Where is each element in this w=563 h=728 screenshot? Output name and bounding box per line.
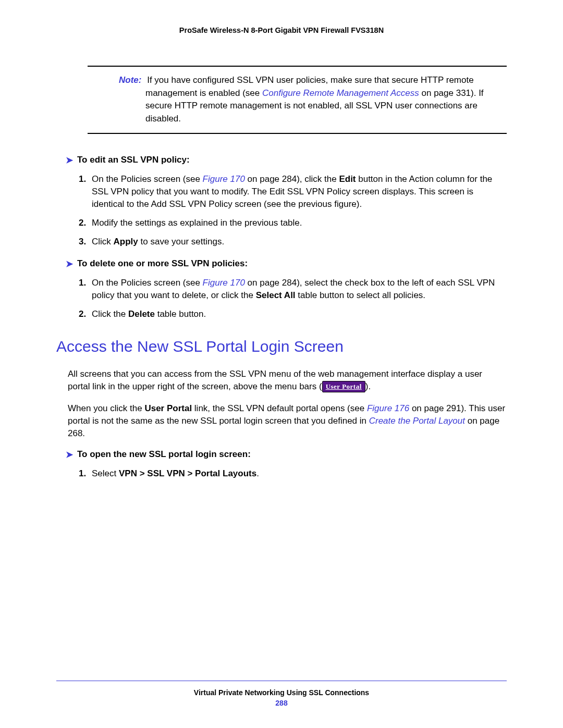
- paragraph-2: When you click the User Portal link, the…: [68, 402, 507, 440]
- steps-open: Select VPN > SSL VPN > Portal Layouts.: [89, 467, 507, 480]
- note-box: Note: If you have configured SSL VPN use…: [88, 66, 507, 134]
- procedure-heading-delete-text: To delete one or more SSL VPN policies:: [77, 258, 248, 268]
- link-create-portal-layout[interactable]: Create the Portal Layout: [369, 416, 465, 426]
- procedure-heading-open: ➤To open the new SSL portal login screen…: [66, 449, 507, 460]
- section-heading: Access the New SSL Portal Login Screen: [56, 338, 507, 355]
- procedure-heading-edit-text: To edit an SSL VPN policy:: [77, 155, 190, 165]
- note-label: Note:: [117, 75, 144, 85]
- step-edit-1: On the Policies screen (see Figure 170 o…: [89, 173, 507, 211]
- steps-delete: On the Policies screen (see Figure 170 o…: [89, 277, 507, 320]
- arrow-icon: ➤: [66, 258, 77, 269]
- page-header-title: ProSafe Wireless-N 8-Port Gigabit VPN Fi…: [56, 26, 507, 34]
- footer-page-number: 288: [56, 699, 507, 707]
- document-page: ProSafe Wireless-N 8-Port Gigabit VPN Fi…: [0, 0, 563, 728]
- user-portal-badge: User Portal: [322, 381, 365, 392]
- step-edit-2: Modify the settings as explained in the …: [89, 217, 507, 229]
- footer-chapter: Virtual Private Networking Using SSL Con…: [56, 688, 507, 697]
- procedure-heading-edit: ➤To edit an SSL VPN policy:: [66, 155, 507, 166]
- step-delete-1: On the Policies screen (see Figure 170 o…: [89, 277, 507, 302]
- page-footer: Virtual Private Networking Using SSL Con…: [56, 681, 507, 707]
- procedure-heading-open-text: To open the new SSL portal login screen:: [77, 449, 251, 459]
- link-figure-170-b[interactable]: Figure 170: [203, 278, 245, 288]
- step-open-1: Select VPN > SSL VPN > Portal Layouts.: [89, 467, 507, 480]
- step-edit-3: Click Apply to save your settings.: [89, 236, 507, 248]
- arrow-icon: ➤: [66, 449, 77, 460]
- steps-edit: On the Policies screen (see Figure 170 o…: [89, 173, 507, 249]
- procedure-heading-delete: ➤To delete one or more SSL VPN policies:: [66, 258, 507, 269]
- link-configure-remote-management[interactable]: Configure Remote Management Access: [262, 88, 419, 98]
- link-figure-170-a[interactable]: Figure 170: [203, 174, 245, 184]
- link-figure-176[interactable]: Figure 176: [367, 403, 409, 413]
- paragraph-1: All screens that you can access from the…: [68, 368, 507, 393]
- step-delete-2: Click the Delete table button.: [89, 308, 507, 320]
- arrow-icon: ➤: [66, 155, 77, 166]
